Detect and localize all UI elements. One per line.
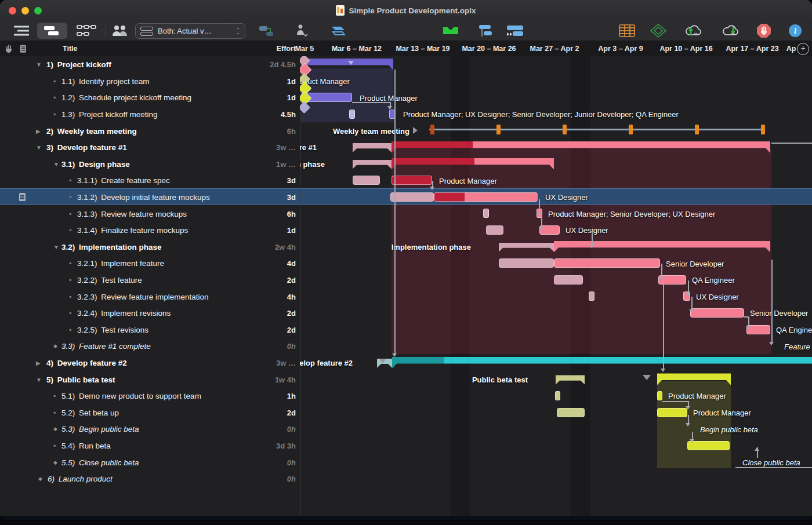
summary-bar[interactable] <box>392 357 812 369</box>
table-row[interactable]: ▼3) Develop feature #13w … <box>0 139 300 156</box>
view-options-dropdown[interactable]: Both: Actual v… ⌃⌄ <box>135 23 245 39</box>
meeting-occurrence-marker[interactable] <box>761 125 765 134</box>
reschedule-icon[interactable] <box>505 23 525 39</box>
dependency-arrow-icon <box>755 447 759 451</box>
resource-view-icon[interactable] <box>109 23 130 39</box>
task-bar[interactable] <box>657 408 687 417</box>
inspector-info-icon[interactable]: i <box>785 23 805 39</box>
task-effort: 3d 3h <box>276 442 296 450</box>
split-task-icon[interactable] <box>476 23 495 39</box>
table-row[interactable]: ◆3.3) Feature #1 complete0h <box>0 338 300 355</box>
task-bar[interactable] <box>657 391 662 400</box>
disclosure-triangle[interactable]: ▼ <box>53 161 59 167</box>
table-row[interactable]: ◆5.3) Begin public beta0h <box>0 421 300 437</box>
zoom-scale-button[interactable]: + <box>797 43 809 55</box>
task-title: 1.3) Project kickoff meeting <box>61 110 158 119</box>
title-column-header[interactable]: Title <box>63 41 77 56</box>
task-bar[interactable] <box>483 209 489 218</box>
dependency-arrow-icon <box>659 277 664 280</box>
baseline-bar[interactable] <box>499 258 554 268</box>
table-row[interactable]: •5.2) Set beta up2d <box>0 404 300 421</box>
meeting-occurrence-marker[interactable] <box>430 125 434 134</box>
bars-style-icon <box>140 27 153 36</box>
update-icon[interactable] <box>719 23 742 39</box>
table-row[interactable]: •3.2.5) Test revisions2d <box>0 322 300 338</box>
summary-bar[interactable] <box>657 373 731 385</box>
table-row[interactable]: ◆5.5) Close public beta0h <box>0 454 300 471</box>
baseline-bar[interactable] <box>557 408 585 417</box>
summary-bar[interactable] <box>353 160 392 169</box>
baseline-bar[interactable] <box>390 192 434 202</box>
summary-bar[interactable] <box>554 241 770 253</box>
milestone-diamond[interactable] <box>300 101 310 114</box>
network-view-icon[interactable] <box>74 23 100 39</box>
note-icon[interactable] <box>19 193 26 201</box>
table-row[interactable]: •1.2) Schedule project kickoff meeting1d <box>0 89 300 106</box>
assign-resource-icon[interactable] <box>293 23 310 39</box>
disclosure-triangle[interactable]: ▶ <box>36 127 41 134</box>
milestones-icon[interactable] <box>648 23 668 39</box>
table-row[interactable]: •1.1) Identify project team1d <box>0 73 300 90</box>
table-row[interactable]: •3.2.4) Implement revisions2d <box>0 305 300 322</box>
task-bar[interactable] <box>690 308 744 318</box>
meeting-occurrence-marker[interactable] <box>695 125 699 134</box>
table-row[interactable]: •3.2.2) Test feature2d <box>0 272 300 289</box>
connect-tasks-icon[interactable] <box>257 23 277 39</box>
view-options-value: Both: Actual v… <box>158 27 231 35</box>
task-bar[interactable] <box>349 110 355 119</box>
progress-caret-icon <box>380 359 386 363</box>
table-row[interactable]: •5.1) Demo new product to support team1h <box>0 388 300 404</box>
task-bar[interactable] <box>434 192 538 202</box>
table-row[interactable]: ◆6) Launch product0h <box>0 471 300 487</box>
meeting-occurrence-marker[interactable] <box>629 125 633 134</box>
disclosure-triangle[interactable]: ▼ <box>53 243 59 250</box>
task-title: 3.2.3) Review feature implementation <box>77 292 209 301</box>
table-row[interactable]: •3.1.3) Review feature mockups6h <box>0 205 300 222</box>
dependency-arrow-icon <box>536 212 541 216</box>
custom-data-table-icon[interactable] <box>617 23 637 39</box>
baseline-bar[interactable] <box>353 176 380 185</box>
hand-column-icon[interactable] <box>4 41 13 56</box>
table-row[interactable]: •3.1.1) Create feature spec3d <box>0 172 300 189</box>
summary-bar[interactable] <box>353 143 392 152</box>
outline-view-icon[interactable] <box>10 23 32 39</box>
meeting-occurrence-marker[interactable] <box>563 125 567 134</box>
table-row[interactable]: ▼1) Project kickoff2d 4.5h <box>0 56 300 73</box>
summary-bar[interactable] <box>301 59 393 70</box>
task-bar[interactable] <box>554 258 660 268</box>
table-row[interactable]: ▶2) Weekly team meeting6h <box>0 122 300 139</box>
summary-bar[interactable] <box>499 243 554 252</box>
table-row[interactable]: ▼3.1) Design phase1w … <box>0 156 300 173</box>
task-bar[interactable] <box>555 391 560 400</box>
table-row[interactable]: •1.3) Project kickoff meeting4.5h <box>0 106 300 123</box>
meeting-occurrence-marker[interactable] <box>496 125 501 134</box>
notes-column-icon[interactable] <box>20 41 27 56</box>
task-title: 3.2.4) Implement revisions <box>77 309 171 318</box>
table-row[interactable]: ▼3.2) Implementation phase2w 4h <box>0 239 300 256</box>
catch-up-icon[interactable] <box>441 23 461 39</box>
task-bullet: • <box>53 408 56 417</box>
disclosure-triangle[interactable]: ▼ <box>36 144 42 151</box>
task-bar[interactable] <box>392 176 432 185</box>
summary-bar[interactable] <box>392 158 554 170</box>
table-row[interactable]: •3.1.4) Finalize feature mockups1d <box>0 222 300 239</box>
baseline-bar[interactable] <box>486 225 503 235</box>
leveling-icon[interactable] <box>328 23 349 39</box>
table-row[interactable]: •5.4) Run beta3d 3h <box>0 437 300 454</box>
disclosure-triangle[interactable]: ▶ <box>36 360 41 366</box>
baseline-bar[interactable] <box>554 275 583 285</box>
table-row[interactable]: •3.2.1) Implement feature4d <box>0 255 300 272</box>
stop-publishing-icon[interactable] <box>754 23 774 39</box>
expand-meetings-icon[interactable] <box>413 127 418 134</box>
table-row[interactable]: ▶4) Develop feature #23w … <box>0 355 300 371</box>
gantt-view-icon[interactable] <box>37 23 67 39</box>
table-row[interactable]: •3.1.2) Develop initial feature mockups3… <box>0 189 300 206</box>
publish-icon[interactable] <box>682 23 705 39</box>
disclosure-triangle[interactable]: ▼ <box>36 61 42 68</box>
table-row[interactable]: •3.2.3) Review feature implementation4h <box>0 288 300 305</box>
disclosure-triangle[interactable]: ▼ <box>36 376 42 382</box>
table-row[interactable]: ▼5) Public beta test1w 4h <box>0 371 300 388</box>
task-bullet: • <box>69 276 72 285</box>
summary-bar[interactable] <box>392 141 770 153</box>
task-bar[interactable] <box>589 291 594 301</box>
